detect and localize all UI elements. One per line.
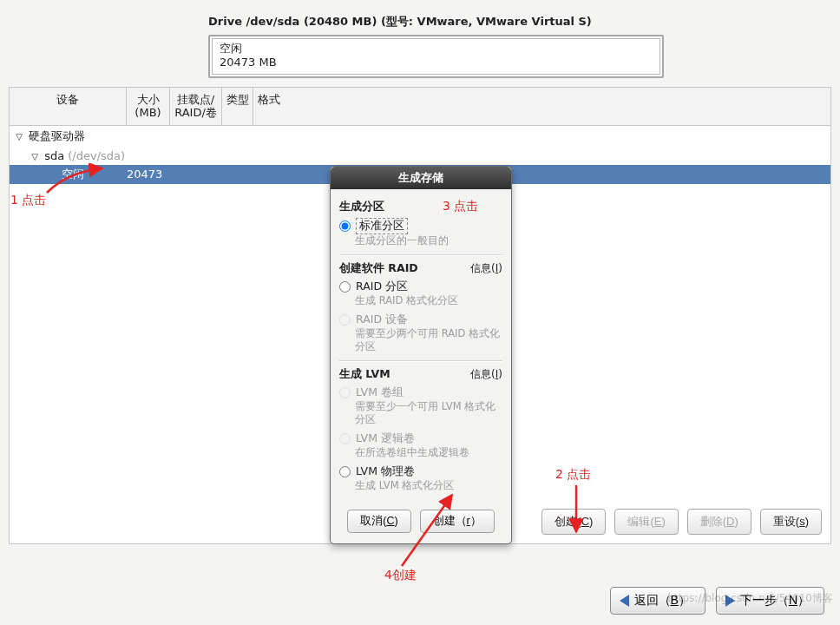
drive-free-region[interactable]: 空闲 20473 MB (212, 38, 660, 75)
tree-sda-path: (/dev/sda) (68, 149, 125, 162)
opt-lvm-pv[interactable]: LVM 物理卷 (339, 464, 502, 479)
drive-summary: Drive /dev/sda (20480 MB) (型号: VMware, V… (208, 14, 664, 78)
drive-title: Drive /dev/sda (20480 MB) (型号: VMware, V… (208, 14, 664, 35)
dialog-cancel-button[interactable]: 取消(C) (347, 510, 410, 533)
create-button[interactable]: 创建(C) (541, 509, 606, 535)
arrow-right-icon (725, 595, 735, 607)
free-size: 20473 (127, 165, 162, 184)
edit-button: 编辑(E) (614, 509, 678, 535)
radio-lvm-vg (339, 387, 351, 398)
arrow-left-icon (620, 595, 629, 607)
dialog-title: 生成存储 (331, 167, 511, 189)
raid-info-link[interactable]: 信息(I) (470, 261, 502, 276)
tree-root-label: 硬盘驱动器 (29, 129, 85, 142)
bottom-nav: 返回（B） 下一步（N） (610, 587, 824, 615)
col-format[interactable]: 格式 (253, 88, 285, 125)
dialog-body: 生成分区 标准分区 生成分区的一般目的 创建软件 RAID 信息(I) RAID… (331, 189, 511, 501)
opt-raid-device: RAID 设备 (339, 312, 502, 327)
radio-lvm-lv (339, 433, 351, 444)
free-label: 空闲 (62, 165, 84, 184)
opt-raid-device-desc: 需要至少两个可用 RAID 格式化分区 (355, 327, 502, 355)
radio-standard-partition[interactable] (339, 220, 351, 232)
radio-raid-partition[interactable] (339, 281, 351, 293)
opt-lvm-lv-desc: 在所选卷组中生成逻辑卷 (355, 446, 502, 461)
opt-lvm-lv: LVM 逻辑卷 (339, 431, 502, 446)
col-mount[interactable]: 挂载点/ RAID/卷 (170, 88, 222, 125)
expander-icon[interactable]: ▽ (13, 132, 25, 141)
expander-icon[interactable]: ▽ (29, 152, 41, 161)
opt-lvm-pv-desc: 生成 LVM 格式化分区 (355, 479, 502, 494)
dialog-buttons: 取消(C) 创建（r） (331, 501, 511, 543)
opt-raid-partition-desc: 生成 RAID 格式化分区 (355, 294, 502, 309)
opt-standard-desc: 生成分区的一般目的 (355, 234, 502, 249)
annotation-4: 4创建 (384, 568, 417, 583)
radio-lvm-pv[interactable] (339, 466, 351, 477)
lvm-info-link[interactable]: 信息(I) (470, 367, 502, 382)
reset-button[interactable]: 重设(s) (760, 509, 822, 535)
drive-box: 空闲 20473 MB (208, 35, 664, 78)
panel-buttons: 创建(C) 编辑(E) 删除(D) 重设(s) (541, 509, 822, 535)
opt-lvm-vg: LVM 卷组 (339, 385, 502, 400)
col-size[interactable]: 大小 (MB) (127, 88, 170, 125)
back-button[interactable]: 返回（B） (610, 587, 705, 615)
tree-sda[interactable]: ▽ sda (/dev/sda) (10, 147, 830, 165)
create-storage-dialog: 生成存储 生成分区 标准分区 生成分区的一般目的 创建软件 RAID 信息(I)… (330, 166, 512, 544)
opt-standard-partition[interactable]: 标准分区 (339, 218, 502, 234)
radio-raid-device (339, 314, 351, 326)
dialog-create-button[interactable]: 创建（r） (420, 510, 495, 533)
table-header: 设备 大小 (MB) 挂载点/ RAID/卷 类型 格式 (10, 88, 830, 126)
col-type[interactable]: 类型 (222, 88, 253, 125)
delete-button: 删除(D) (687, 509, 751, 535)
tree-root[interactable]: ▽ 硬盘驱动器 (10, 126, 830, 147)
drive-free-label: 空闲 (220, 42, 653, 56)
tree-sda-label: sda (44, 149, 64, 162)
col-device[interactable]: 设备 (10, 88, 127, 125)
opt-raid-partition[interactable]: RAID 分区 (339, 280, 502, 294)
section-lvm: 生成 LVM 信息(I) (339, 367, 502, 382)
section-partition: 生成分区 (339, 200, 502, 214)
next-button[interactable]: 下一步（N） (716, 587, 824, 615)
drive-free-size: 20473 MB (220, 56, 653, 69)
section-raid: 创建软件 RAID 信息(I) (339, 261, 502, 276)
opt-lvm-vg-desc: 需要至少一个可用 LVM 格式化分区 (355, 400, 502, 428)
